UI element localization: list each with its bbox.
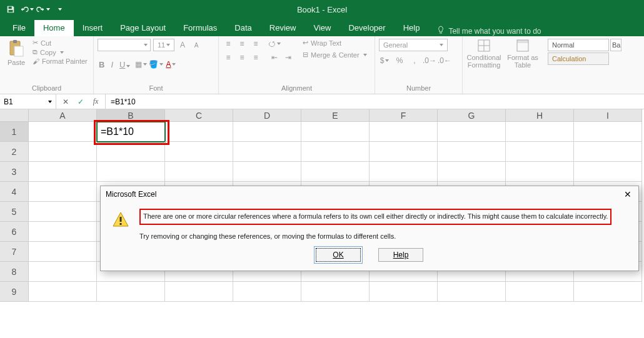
increase-decimal-button[interactable]: .0→ bbox=[424, 55, 435, 66]
cell-E9[interactable] bbox=[301, 282, 370, 302]
cell-G9[interactable] bbox=[438, 282, 506, 302]
cell-C2[interactable] bbox=[165, 142, 233, 162]
cell-H3[interactable] bbox=[506, 162, 574, 182]
format-as-table-button[interactable]: Format as Table bbox=[505, 39, 540, 69]
row-header-3[interactable]: 3 bbox=[0, 162, 29, 182]
row-header-5[interactable]: 5 bbox=[0, 202, 29, 222]
cell-A1[interactable] bbox=[29, 122, 97, 142]
cell-I3[interactable] bbox=[574, 162, 642, 182]
percent-button[interactable]: % bbox=[394, 55, 405, 66]
increase-font-icon[interactable]: A bbox=[177, 39, 188, 51]
redo-icon[interactable] bbox=[36, 2, 50, 16]
orientation-icon[interactable]: ⭯ bbox=[269, 39, 280, 49]
tab-developer[interactable]: Developer bbox=[340, 20, 394, 36]
tab-insert[interactable]: Insert bbox=[74, 20, 112, 36]
formula-input[interactable]: =B1*10 bbox=[106, 94, 644, 109]
column-header-E[interactable]: E bbox=[301, 109, 370, 122]
cell-I2[interactable] bbox=[574, 142, 642, 162]
cell-C3[interactable] bbox=[165, 162, 233, 182]
cell-D9[interactable] bbox=[233, 282, 301, 302]
cell-F3[interactable] bbox=[370, 162, 438, 182]
tab-data[interactable]: Data bbox=[226, 20, 260, 36]
cell-C1[interactable] bbox=[165, 122, 233, 142]
cell-B1[interactable]: =B1*10 bbox=[97, 122, 165, 142]
copy-button[interactable]: ⧉Copy bbox=[33, 48, 88, 56]
tab-view[interactable]: View bbox=[304, 20, 340, 36]
tab-formulas[interactable]: Formulas bbox=[174, 20, 226, 36]
cell-F9[interactable] bbox=[370, 282, 438, 302]
font-size-combo[interactable]: 11 bbox=[153, 39, 174, 51]
row-header-1[interactable]: 1 bbox=[0, 122, 29, 142]
cell-B9[interactable] bbox=[97, 282, 165, 302]
help-button[interactable]: Help bbox=[378, 248, 423, 262]
increase-indent-icon[interactable]: ⇥ bbox=[283, 52, 294, 62]
ok-button[interactable]: OK bbox=[316, 248, 361, 262]
cancel-formula-icon[interactable]: ✕ bbox=[59, 96, 73, 107]
cell-G1[interactable] bbox=[438, 122, 506, 142]
cell-A5[interactable] bbox=[29, 202, 97, 222]
save-icon[interactable] bbox=[4, 2, 18, 16]
align-left-icon[interactable]: ≡ bbox=[223, 52, 234, 62]
decrease-font-icon[interactable]: A bbox=[191, 39, 202, 51]
row-header-2[interactable]: 2 bbox=[0, 142, 29, 162]
column-header-I[interactable]: I bbox=[574, 109, 642, 122]
tab-help[interactable]: Help bbox=[395, 20, 429, 36]
merge-center-button[interactable]: ⊟Merge & Center bbox=[303, 51, 367, 59]
undo-icon[interactable] bbox=[20, 2, 34, 16]
underline-button[interactable]: U bbox=[118, 60, 131, 69]
cell-D1[interactable] bbox=[233, 122, 301, 142]
cell-A7[interactable] bbox=[29, 242, 97, 262]
select-all-corner[interactable] bbox=[0, 109, 29, 122]
tab-review[interactable]: Review bbox=[261, 20, 305, 36]
italic-button[interactable]: I bbox=[109, 60, 114, 69]
cell-C9[interactable] bbox=[165, 282, 233, 302]
cell-D2[interactable] bbox=[233, 142, 301, 162]
align-center-icon[interactable]: ≡ bbox=[236, 52, 248, 62]
cell-style-bad[interactable]: Ba bbox=[610, 39, 621, 51]
row-header-9[interactable]: 9 bbox=[0, 282, 29, 302]
fx-icon[interactable]: fx bbox=[89, 96, 103, 107]
cell-G2[interactable] bbox=[438, 142, 506, 162]
wrap-text-button[interactable]: ↩Wrap Text bbox=[303, 39, 367, 47]
align-top-icon[interactable]: ≡ bbox=[223, 39, 234, 49]
name-box[interactable]: B1 bbox=[0, 94, 56, 109]
cell-E1[interactable] bbox=[301, 122, 370, 142]
column-header-D[interactable]: D bbox=[233, 109, 301, 122]
column-header-G[interactable]: G bbox=[438, 109, 506, 122]
cell-A6[interactable] bbox=[29, 222, 97, 242]
cell-F2[interactable] bbox=[370, 142, 438, 162]
row-header-7[interactable]: 7 bbox=[0, 242, 29, 262]
enter-formula-icon[interactable]: ✓ bbox=[74, 96, 88, 107]
qat-customize-icon[interactable] bbox=[53, 2, 66, 16]
cell-F1[interactable] bbox=[370, 122, 438, 142]
align-bottom-icon[interactable]: ≡ bbox=[250, 39, 261, 49]
cell-D3[interactable] bbox=[233, 162, 301, 182]
decrease-indent-icon[interactable]: ⇤ bbox=[269, 52, 280, 62]
border-button[interactable]: ▦ bbox=[135, 59, 146, 70]
cell-E2[interactable] bbox=[301, 142, 370, 162]
cell-style-calculation[interactable]: Calculation bbox=[548, 52, 609, 65]
cell-A4[interactable] bbox=[29, 182, 97, 202]
cell-G3[interactable] bbox=[438, 162, 506, 182]
cell-A8[interactable] bbox=[29, 262, 97, 282]
font-name-combo[interactable] bbox=[98, 39, 151, 51]
paste-button[interactable]: Paste bbox=[4, 39, 29, 66]
cell-A2[interactable] bbox=[29, 142, 97, 162]
fill-color-button[interactable]: 🪣 bbox=[150, 59, 161, 70]
column-header-C[interactable]: C bbox=[165, 109, 233, 122]
cell-style-normal[interactable]: Normal bbox=[548, 39, 609, 51]
tab-page-layout[interactable]: Page Layout bbox=[111, 20, 174, 36]
format-painter-button[interactable]: 🖌Format Painter bbox=[33, 57, 88, 65]
cell-E3[interactable] bbox=[301, 162, 370, 182]
tell-me[interactable]: Tell me what you want to do bbox=[428, 26, 541, 36]
currency-button[interactable]: $ bbox=[379, 55, 390, 66]
cut-button[interactable]: ✂Cut bbox=[33, 39, 88, 47]
row-header-8[interactable]: 8 bbox=[0, 262, 29, 282]
align-middle-icon[interactable]: ≡ bbox=[236, 39, 248, 49]
column-header-H[interactable]: H bbox=[506, 109, 574, 122]
cell-H2[interactable] bbox=[506, 142, 574, 162]
decrease-decimal-button[interactable]: .0← bbox=[439, 55, 450, 66]
cell-A3[interactable] bbox=[29, 162, 97, 182]
row-header-6[interactable]: 6 bbox=[0, 222, 29, 242]
tab-home[interactable]: Home bbox=[34, 20, 74, 36]
